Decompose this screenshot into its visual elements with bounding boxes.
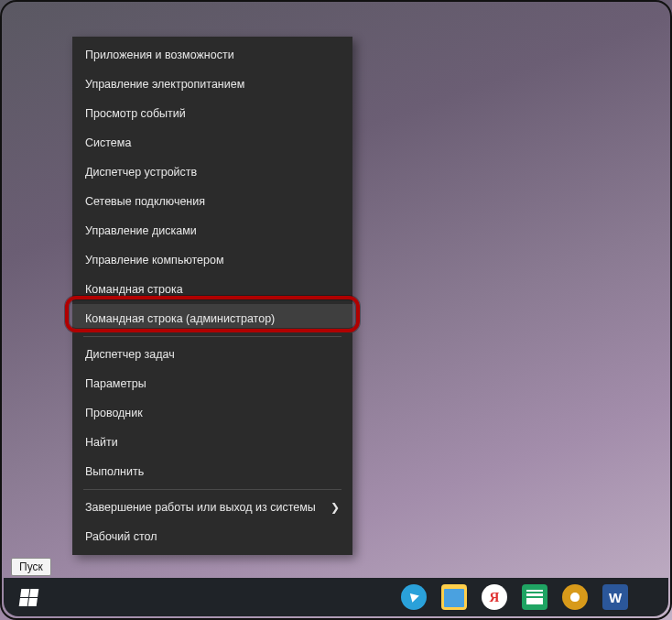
windows-logo-icon: [18, 589, 38, 606]
menu-item-event-viewer[interactable]: Просмотр событий: [72, 99, 352, 128]
menu-item-label: Командная строка: [85, 283, 183, 296]
menu-item-disk-management[interactable]: Управление дисками: [72, 216, 352, 245]
menu-item-shutdown-signout[interactable]: Завершение работы или выход из системы ❯: [72, 493, 352, 522]
start-tooltip: Пуск: [11, 558, 51, 576]
menu-item-label: Приложения и возможности: [85, 49, 234, 61]
menu-item-label: Найти: [85, 436, 118, 449]
menu-item-file-explorer[interactable]: Проводник: [72, 398, 352, 428]
menu-item-label: Система: [85, 136, 131, 149]
menu-item-label: Просмотр событий: [85, 107, 186, 120]
menu-item-label: Выполнить: [85, 465, 144, 478]
menu-item-label: Завершение работы или выход из системы: [85, 501, 316, 514]
menu-item-system[interactable]: Система: [72, 128, 352, 158]
menu-item-search[interactable]: Найти: [72, 428, 352, 457]
menu-separator: [83, 489, 341, 490]
menu-item-apps-features[interactable]: Приложения и возможности: [72, 40, 352, 70]
menu-item-command-prompt[interactable]: Командная строка: [72, 275, 352, 304]
menu-item-settings[interactable]: Параметры: [72, 369, 352, 398]
menu-separator: [83, 336, 341, 337]
icon-glyph: Я: [490, 590, 500, 605]
menu-item-label: Управление компьютером: [85, 254, 224, 266]
menu-item-device-manager[interactable]: Диспетчер устройств: [72, 158, 352, 187]
menu-item-computer-management[interactable]: Управление компьютером: [72, 245, 352, 275]
menu-item-label: Параметры: [85, 377, 146, 390]
yandex-icon[interactable]: Я: [482, 584, 507, 610]
tooltip-text: Пуск: [19, 560, 43, 573]
menu-item-network-connections[interactable]: Сетевые подключения: [72, 187, 352, 216]
menu-item-label: Управление дисками: [85, 224, 197, 237]
menu-item-run[interactable]: Выполнить: [72, 457, 352, 486]
taskbar-icons: Я W: [401, 584, 665, 610]
menu-item-desktop[interactable]: Рабочий стол: [72, 522, 352, 551]
menu-item-label: Проводник: [85, 407, 143, 419]
menu-item-command-prompt-admin[interactable]: Командная строка (администратор): [72, 304, 352, 333]
taskbar: Я W: [4, 578, 668, 616]
menu-item-label: Рабочий стол: [85, 530, 157, 543]
sheets-icon[interactable]: [522, 584, 547, 610]
menu-item-label: Диспетчер задач: [85, 348, 175, 361]
tips-icon[interactable]: [562, 584, 588, 610]
menu-item-label: Управление электропитанием: [85, 78, 244, 91]
menu-item-label: Командная строка (администратор): [85, 312, 275, 325]
word-icon[interactable]: W: [602, 584, 628, 610]
file-explorer-icon[interactable]: [441, 584, 467, 610]
winx-context-menu: Приложения и возможности Управление элек…: [72, 37, 352, 555]
menu-item-power-options[interactable]: Управление электропитанием: [72, 70, 352, 99]
icon-glyph: W: [609, 590, 622, 605]
telegram-icon[interactable]: [401, 584, 427, 610]
start-button[interactable]: [7, 578, 49, 616]
menu-item-label: Сетевые подключения: [85, 195, 205, 208]
chevron-right-icon: ❯: [331, 501, 340, 514]
menu-item-label: Диспетчер устройств: [85, 166, 197, 179]
menu-item-task-manager[interactable]: Диспетчер задач: [72, 340, 352, 369]
